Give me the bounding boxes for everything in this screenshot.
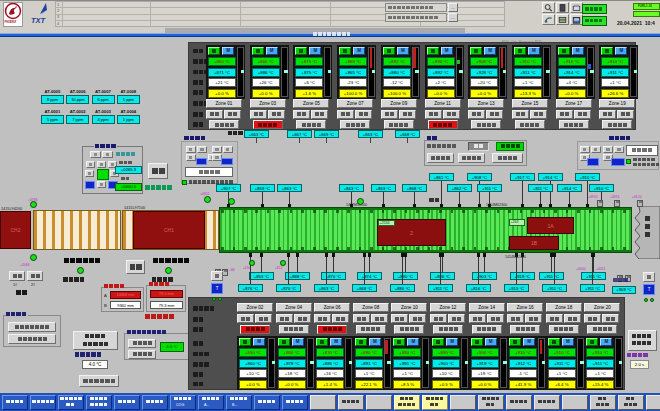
svg-text:TXT: TXT: [31, 16, 47, 25]
